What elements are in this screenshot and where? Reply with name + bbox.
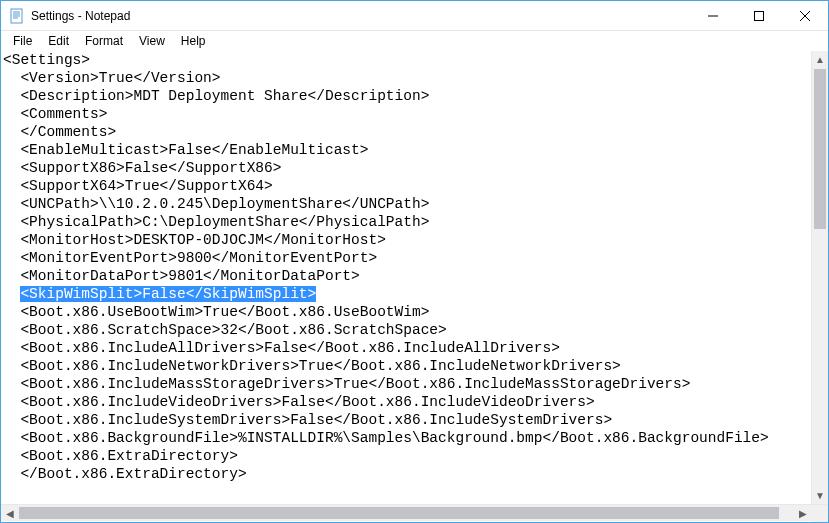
- text-line: <Boot.x86.IncludeAllDrivers>False</Boot.…: [3, 339, 809, 357]
- svg-rect-6: [755, 11, 764, 20]
- window-controls: [690, 1, 828, 30]
- menu-view[interactable]: View: [131, 32, 173, 50]
- horizontal-scroll-thumb[interactable]: [19, 507, 779, 519]
- text-line: <Boot.x86.IncludeSystemDrivers>False</Bo…: [3, 411, 809, 429]
- text-line: <EnableMulticast>False</EnableMulticast>: [3, 141, 809, 159]
- close-button[interactable]: [782, 1, 828, 30]
- scroll-left-icon[interactable]: ◀: [1, 505, 18, 522]
- notepad-app-icon: [9, 8, 25, 24]
- window-title: Settings - Notepad: [31, 9, 690, 23]
- scroll-up-icon[interactable]: ▲: [812, 51, 828, 68]
- text-line: <MonitorDataPort>9801</MonitorDataPort>: [3, 267, 809, 285]
- text-line: <Boot.x86.ScratchSpace>32</Boot.x86.Scra…: [3, 321, 809, 339]
- text-line: <UNCPath>\\10.2.0.245\DeploymentShare</U…: [3, 195, 809, 213]
- horizontal-scrollbar[interactable]: ◀ ▶: [1, 504, 828, 521]
- selected-text: <SkipWimSplit>False</SkipWimSplit>: [20, 286, 316, 302]
- text-line: <Boot.x86.UseBootWim>True</Boot.x86.UseB…: [3, 303, 809, 321]
- scrollbar-corner: [811, 505, 828, 522]
- text-line: <Boot.x86.IncludeMassStorageDrivers>True…: [3, 375, 809, 393]
- text-line: <Boot.x86.IncludeVideoDrivers>False</Boo…: [3, 393, 809, 411]
- text-line: <Boot.x86.BackgroundFile>%INSTALLDIR%\Sa…: [3, 429, 809, 447]
- text-line: <MonitorHost>DESKTOP-0DJOCJM</MonitorHos…: [3, 231, 809, 249]
- menu-file[interactable]: File: [5, 32, 40, 50]
- menu-edit[interactable]: Edit: [40, 32, 77, 50]
- text-line: </Boot.x86.ExtraDirectory>: [3, 465, 809, 483]
- text-area[interactable]: <Settings><Version>True</Version><Descri…: [1, 51, 811, 504]
- scroll-down-icon[interactable]: ▼: [812, 487, 828, 504]
- text-line: <Description>MDT Deployment Share</Descr…: [3, 87, 809, 105]
- text-line: <Settings>: [3, 51, 809, 69]
- menu-help[interactable]: Help: [173, 32, 214, 50]
- menubar: File Edit Format View Help: [1, 31, 828, 51]
- text-line: <SupportX86>False</SupportX86>: [3, 159, 809, 177]
- text-line: <Boot.x86.IncludeNetworkDrivers>True</Bo…: [3, 357, 809, 375]
- text-line: <Comments>: [3, 105, 809, 123]
- text-line: <Boot.x86.ExtraDirectory>: [3, 447, 809, 465]
- maximize-button[interactable]: [736, 1, 782, 30]
- text-line: <SupportX64>True</SupportX64>: [3, 177, 809, 195]
- text-line: <SkipWimSplit>False</SkipWimSplit>: [3, 285, 809, 303]
- vertical-scroll-thumb[interactable]: [814, 69, 826, 229]
- text-line: <MonitorEventPort>9800</MonitorEventPort…: [3, 249, 809, 267]
- menu-format[interactable]: Format: [77, 32, 131, 50]
- text-line: </Comments>: [3, 123, 809, 141]
- text-line: <Version>True</Version>: [3, 69, 809, 87]
- vertical-scrollbar[interactable]: ▲ ▼: [811, 51, 828, 504]
- scroll-right-icon[interactable]: ▶: [794, 505, 811, 522]
- minimize-button[interactable]: [690, 1, 736, 30]
- text-line: <PhysicalPath>C:\DeploymentShare</Physic…: [3, 213, 809, 231]
- titlebar: Settings - Notepad: [1, 1, 828, 31]
